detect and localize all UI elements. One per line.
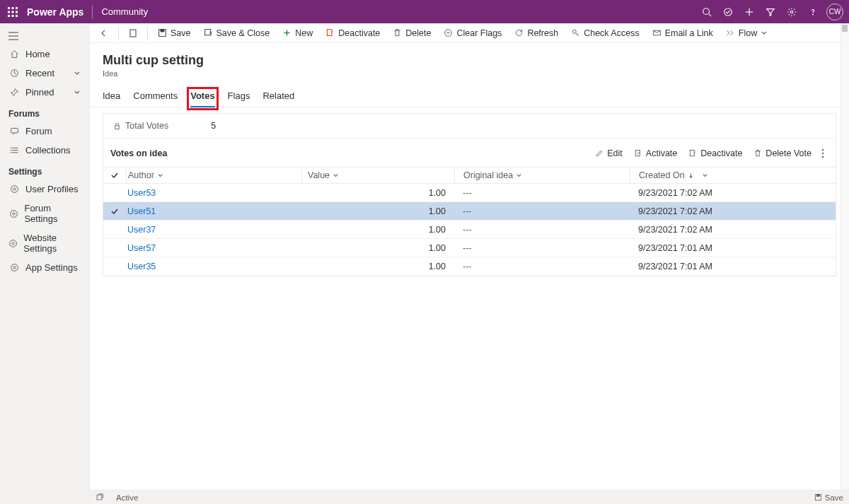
- deactivate-button[interactable]: Deactivate: [320, 25, 386, 41]
- tab-label: Idea: [103, 90, 120, 101]
- table-row[interactable]: User511.00---9/23/2021 7:02 AM: [103, 202, 836, 221]
- subgrid-title: Votes on idea: [110, 148, 167, 158]
- btn-label: Edit: [607, 148, 623, 158]
- tab-label: Comments: [133, 90, 178, 101]
- nav-user-profiles[interactable]: User Profiles: [0, 180, 89, 199]
- nav-app-settings[interactable]: App Settings: [0, 258, 89, 277]
- svg-point-27: [13, 188, 15, 190]
- flow-button[interactable]: Flow: [720, 25, 773, 41]
- author-link[interactable]: User37: [127, 225, 156, 235]
- value-cell: 1.00: [301, 188, 454, 198]
- table-row[interactable]: User351.00---9/23/2021 7:01 AM: [103, 257, 836, 276]
- save-close-icon: [204, 28, 213, 37]
- nav-website-settings[interactable]: Website Settings: [0, 228, 89, 258]
- nav-forum[interactable]: Forum: [0, 122, 89, 141]
- back-button[interactable]: [94, 26, 114, 40]
- open-record-set-button[interactable]: [123, 26, 143, 40]
- btn-label: Activate: [646, 148, 677, 158]
- tab-related[interactable]: Related: [262, 90, 294, 107]
- gear-icon: [8, 209, 18, 218]
- tab-votes[interactable]: Votes: [190, 90, 214, 107]
- svg-rect-6: [8, 15, 10, 17]
- activate-button[interactable]: Activate: [628, 146, 683, 161]
- cmd-label: Deactivate: [338, 28, 380, 38]
- created-on-cell: 9/23/2021 7:01 AM: [630, 243, 836, 253]
- nav-pinned[interactable]: Pinned: [0, 83, 89, 102]
- svg-point-9: [703, 8, 710, 14]
- col-label: Author: [128, 170, 154, 180]
- svg-point-14: [790, 11, 793, 13]
- cmd-label: Check Access: [584, 28, 640, 38]
- check-access-button[interactable]: Check Access: [565, 25, 645, 41]
- nav-forum-settings[interactable]: Forum Settings: [0, 199, 89, 228]
- author-link[interactable]: User53: [127, 188, 156, 198]
- nav-collections[interactable]: Collections: [0, 141, 89, 160]
- save-button[interactable]: Save: [152, 25, 197, 41]
- help-icon[interactable]: [802, 1, 824, 23]
- trash-icon: [393, 28, 402, 37]
- refresh-button[interactable]: Refresh: [509, 25, 564, 41]
- table-row[interactable]: User571.00---9/23/2021 7:01 AM: [103, 239, 836, 257]
- filter-icon[interactable]: [760, 1, 781, 23]
- status-state: Active: [116, 493, 138, 502]
- tab-label: Votes: [190, 90, 214, 101]
- chevron-down-icon: [74, 70, 81, 77]
- edit-button[interactable]: Edit: [589, 146, 628, 161]
- nav-label: Collections: [25, 145, 71, 156]
- tab-comments[interactable]: Comments: [133, 90, 178, 107]
- key-icon: [571, 28, 580, 37]
- col-author[interactable]: Author: [126, 168, 301, 183]
- save-close-button[interactable]: Save & Close: [198, 25, 276, 41]
- more-commands-button[interactable]: [817, 146, 828, 161]
- author-link[interactable]: User57: [127, 243, 156, 253]
- popout-button[interactable]: [96, 493, 103, 501]
- svg-rect-37: [161, 30, 164, 32]
- value-cell: 1.00: [301, 225, 454, 235]
- svg-rect-7: [12, 15, 14, 17]
- nav-collapse-icon[interactable]: [0, 28, 89, 45]
- divider: [92, 5, 93, 19]
- col-value[interactable]: Value: [301, 168, 454, 183]
- task-icon[interactable]: [717, 1, 739, 23]
- scrollbar[interactable]: [841, 23, 849, 490]
- deactivate-button[interactable]: Deactivate: [683, 146, 748, 161]
- tab-flags[interactable]: Flags: [228, 90, 250, 107]
- select-all-checkbox[interactable]: [103, 171, 126, 180]
- table-row[interactable]: User531.00---9/23/2021 7:02 AM: [103, 184, 836, 202]
- clock-icon: [8, 69, 20, 78]
- email-link-button[interactable]: Email a Link: [647, 25, 719, 41]
- table-row[interactable]: User371.00---9/23/2021 7:02 AM: [103, 221, 836, 239]
- clear-flags-button[interactable]: Clear Flags: [438, 25, 507, 41]
- svg-point-31: [12, 242, 14, 244]
- chevron-down-icon: [516, 172, 522, 179]
- home-icon: [8, 49, 20, 59]
- mail-icon: [652, 28, 662, 37]
- settings-icon[interactable]: [781, 1, 802, 23]
- svg-line-10: [709, 13, 712, 16]
- original-idea-cell: ---: [454, 206, 630, 216]
- save-icon: [158, 28, 167, 37]
- created-on-cell: 9/23/2021 7:02 AM: [630, 188, 836, 198]
- user-avatar[interactable]: CW: [826, 4, 843, 20]
- nav-recent[interactable]: Recent: [0, 64, 89, 83]
- delete-button[interactable]: Delete: [387, 25, 437, 41]
- gear-icon: [8, 263, 20, 272]
- add-icon[interactable]: [739, 1, 760, 23]
- col-label: Original idea: [463, 170, 513, 180]
- app-launcher-icon[interactable]: [6, 5, 20, 19]
- row-checkbox[interactable]: [103, 207, 126, 216]
- cmd-label: Save & Close: [216, 28, 270, 38]
- col-original-idea[interactable]: Original idea: [454, 168, 630, 183]
- author-link[interactable]: User51: [127, 206, 156, 216]
- new-button[interactable]: New: [277, 25, 318, 41]
- search-icon[interactable]: [696, 1, 717, 23]
- chevron-down-icon: [761, 30, 768, 37]
- footer-save-button[interactable]: Save: [814, 493, 843, 502]
- col-created-on[interactable]: Created On: [630, 168, 836, 183]
- author-link[interactable]: User35: [127, 262, 156, 271]
- delete-vote-button[interactable]: Delete Vote: [748, 146, 817, 161]
- record-header: Multi cup setting Idea: [90, 43, 849, 78]
- nav-home[interactable]: Home: [0, 45, 89, 64]
- tab-label: Related: [262, 90, 294, 101]
- tab-idea[interactable]: Idea: [103, 90, 120, 107]
